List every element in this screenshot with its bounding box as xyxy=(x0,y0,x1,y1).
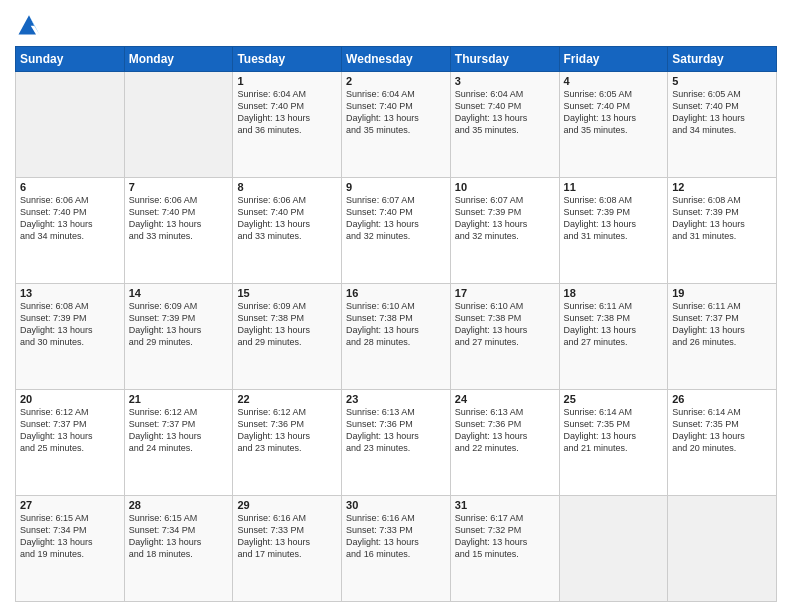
calendar-cell: 24Sunrise: 6:13 AM Sunset: 7:36 PM Dayli… xyxy=(450,390,559,496)
day-info: Sunrise: 6:12 AM Sunset: 7:37 PM Dayligh… xyxy=(20,406,120,455)
weekday-header-tuesday: Tuesday xyxy=(233,47,342,72)
day-info: Sunrise: 6:16 AM Sunset: 7:33 PM Dayligh… xyxy=(346,512,446,561)
day-number: 11 xyxy=(564,181,664,193)
weekday-header-saturday: Saturday xyxy=(668,47,777,72)
day-number: 28 xyxy=(129,499,229,511)
day-info: Sunrise: 6:08 AM Sunset: 7:39 PM Dayligh… xyxy=(564,194,664,243)
calendar-cell: 30Sunrise: 6:16 AM Sunset: 7:33 PM Dayli… xyxy=(342,496,451,602)
day-number: 7 xyxy=(129,181,229,193)
day-number: 16 xyxy=(346,287,446,299)
day-info: Sunrise: 6:15 AM Sunset: 7:34 PM Dayligh… xyxy=(129,512,229,561)
calendar-cell: 3Sunrise: 6:04 AM Sunset: 7:40 PM Daylig… xyxy=(450,72,559,178)
day-info: Sunrise: 6:08 AM Sunset: 7:39 PM Dayligh… xyxy=(672,194,772,243)
day-info: Sunrise: 6:17 AM Sunset: 7:32 PM Dayligh… xyxy=(455,512,555,561)
day-info: Sunrise: 6:06 AM Sunset: 7:40 PM Dayligh… xyxy=(129,194,229,243)
day-number: 30 xyxy=(346,499,446,511)
calendar-cell: 20Sunrise: 6:12 AM Sunset: 7:37 PM Dayli… xyxy=(16,390,125,496)
day-number: 31 xyxy=(455,499,555,511)
day-number: 23 xyxy=(346,393,446,405)
day-number: 1 xyxy=(237,75,337,87)
day-info: Sunrise: 6:14 AM Sunset: 7:35 PM Dayligh… xyxy=(564,406,664,455)
calendar-cell xyxy=(559,496,668,602)
logo-icon xyxy=(15,10,43,38)
day-info: Sunrise: 6:16 AM Sunset: 7:33 PM Dayligh… xyxy=(237,512,337,561)
day-number: 3 xyxy=(455,75,555,87)
day-number: 19 xyxy=(672,287,772,299)
calendar-week-2: 6Sunrise: 6:06 AM Sunset: 7:40 PM Daylig… xyxy=(16,178,777,284)
day-info: Sunrise: 6:12 AM Sunset: 7:37 PM Dayligh… xyxy=(129,406,229,455)
calendar-cell: 2Sunrise: 6:04 AM Sunset: 7:40 PM Daylig… xyxy=(342,72,451,178)
day-number: 12 xyxy=(672,181,772,193)
calendar-body: 1Sunrise: 6:04 AM Sunset: 7:40 PM Daylig… xyxy=(16,72,777,602)
calendar-cell: 29Sunrise: 6:16 AM Sunset: 7:33 PM Dayli… xyxy=(233,496,342,602)
day-info: Sunrise: 6:05 AM Sunset: 7:40 PM Dayligh… xyxy=(564,88,664,137)
calendar-cell: 16Sunrise: 6:10 AM Sunset: 7:38 PM Dayli… xyxy=(342,284,451,390)
day-number: 29 xyxy=(237,499,337,511)
calendar-cell: 14Sunrise: 6:09 AM Sunset: 7:39 PM Dayli… xyxy=(124,284,233,390)
day-info: Sunrise: 6:04 AM Sunset: 7:40 PM Dayligh… xyxy=(455,88,555,137)
day-info: Sunrise: 6:14 AM Sunset: 7:35 PM Dayligh… xyxy=(672,406,772,455)
logo xyxy=(15,10,47,38)
calendar-cell xyxy=(16,72,125,178)
day-info: Sunrise: 6:11 AM Sunset: 7:38 PM Dayligh… xyxy=(564,300,664,349)
day-number: 18 xyxy=(564,287,664,299)
calendar-cell: 27Sunrise: 6:15 AM Sunset: 7:34 PM Dayli… xyxy=(16,496,125,602)
day-number: 10 xyxy=(455,181,555,193)
day-number: 17 xyxy=(455,287,555,299)
calendar-week-5: 27Sunrise: 6:15 AM Sunset: 7:34 PM Dayli… xyxy=(16,496,777,602)
weekday-header-monday: Monday xyxy=(124,47,233,72)
day-number: 24 xyxy=(455,393,555,405)
calendar-cell: 9Sunrise: 6:07 AM Sunset: 7:40 PM Daylig… xyxy=(342,178,451,284)
calendar-cell: 8Sunrise: 6:06 AM Sunset: 7:40 PM Daylig… xyxy=(233,178,342,284)
day-number: 8 xyxy=(237,181,337,193)
day-info: Sunrise: 6:15 AM Sunset: 7:34 PM Dayligh… xyxy=(20,512,120,561)
calendar-cell: 21Sunrise: 6:12 AM Sunset: 7:37 PM Dayli… xyxy=(124,390,233,496)
day-info: Sunrise: 6:09 AM Sunset: 7:39 PM Dayligh… xyxy=(129,300,229,349)
day-info: Sunrise: 6:11 AM Sunset: 7:37 PM Dayligh… xyxy=(672,300,772,349)
day-info: Sunrise: 6:10 AM Sunset: 7:38 PM Dayligh… xyxy=(346,300,446,349)
day-info: Sunrise: 6:04 AM Sunset: 7:40 PM Dayligh… xyxy=(346,88,446,137)
day-info: Sunrise: 6:06 AM Sunset: 7:40 PM Dayligh… xyxy=(237,194,337,243)
calendar-cell: 25Sunrise: 6:14 AM Sunset: 7:35 PM Dayli… xyxy=(559,390,668,496)
calendar-cell: 1Sunrise: 6:04 AM Sunset: 7:40 PM Daylig… xyxy=(233,72,342,178)
svg-marker-0 xyxy=(19,15,37,34)
page: SundayMondayTuesdayWednesdayThursdayFrid… xyxy=(0,0,792,612)
day-number: 26 xyxy=(672,393,772,405)
day-info: Sunrise: 6:10 AM Sunset: 7:38 PM Dayligh… xyxy=(455,300,555,349)
day-info: Sunrise: 6:06 AM Sunset: 7:40 PM Dayligh… xyxy=(20,194,120,243)
calendar-cell: 22Sunrise: 6:12 AM Sunset: 7:36 PM Dayli… xyxy=(233,390,342,496)
day-number: 25 xyxy=(564,393,664,405)
calendar-cell xyxy=(124,72,233,178)
day-number: 14 xyxy=(129,287,229,299)
calendar-cell: 28Sunrise: 6:15 AM Sunset: 7:34 PM Dayli… xyxy=(124,496,233,602)
calendar-cell: 19Sunrise: 6:11 AM Sunset: 7:37 PM Dayli… xyxy=(668,284,777,390)
day-number: 6 xyxy=(20,181,120,193)
weekday-header-thursday: Thursday xyxy=(450,47,559,72)
calendar-cell: 23Sunrise: 6:13 AM Sunset: 7:36 PM Dayli… xyxy=(342,390,451,496)
calendar-week-4: 20Sunrise: 6:12 AM Sunset: 7:37 PM Dayli… xyxy=(16,390,777,496)
weekday-header-wednesday: Wednesday xyxy=(342,47,451,72)
day-info: Sunrise: 6:12 AM Sunset: 7:36 PM Dayligh… xyxy=(237,406,337,455)
day-info: Sunrise: 6:13 AM Sunset: 7:36 PM Dayligh… xyxy=(346,406,446,455)
day-number: 5 xyxy=(672,75,772,87)
day-number: 9 xyxy=(346,181,446,193)
day-number: 15 xyxy=(237,287,337,299)
calendar-cell: 4Sunrise: 6:05 AM Sunset: 7:40 PM Daylig… xyxy=(559,72,668,178)
calendar-header: SundayMondayTuesdayWednesdayThursdayFrid… xyxy=(16,47,777,72)
day-number: 20 xyxy=(20,393,120,405)
calendar-cell: 11Sunrise: 6:08 AM Sunset: 7:39 PM Dayli… xyxy=(559,178,668,284)
calendar-cell: 5Sunrise: 6:05 AM Sunset: 7:40 PM Daylig… xyxy=(668,72,777,178)
day-info: Sunrise: 6:09 AM Sunset: 7:38 PM Dayligh… xyxy=(237,300,337,349)
calendar-cell: 15Sunrise: 6:09 AM Sunset: 7:38 PM Dayli… xyxy=(233,284,342,390)
calendar-cell: 6Sunrise: 6:06 AM Sunset: 7:40 PM Daylig… xyxy=(16,178,125,284)
calendar-table: SundayMondayTuesdayWednesdayThursdayFrid… xyxy=(15,46,777,602)
day-info: Sunrise: 6:07 AM Sunset: 7:39 PM Dayligh… xyxy=(455,194,555,243)
calendar-cell: 18Sunrise: 6:11 AM Sunset: 7:38 PM Dayli… xyxy=(559,284,668,390)
calendar-cell: 7Sunrise: 6:06 AM Sunset: 7:40 PM Daylig… xyxy=(124,178,233,284)
day-number: 2 xyxy=(346,75,446,87)
day-info: Sunrise: 6:08 AM Sunset: 7:39 PM Dayligh… xyxy=(20,300,120,349)
weekday-header-sunday: Sunday xyxy=(16,47,125,72)
calendar-week-1: 1Sunrise: 6:04 AM Sunset: 7:40 PM Daylig… xyxy=(16,72,777,178)
weekday-header-friday: Friday xyxy=(559,47,668,72)
calendar-cell: 26Sunrise: 6:14 AM Sunset: 7:35 PM Dayli… xyxy=(668,390,777,496)
